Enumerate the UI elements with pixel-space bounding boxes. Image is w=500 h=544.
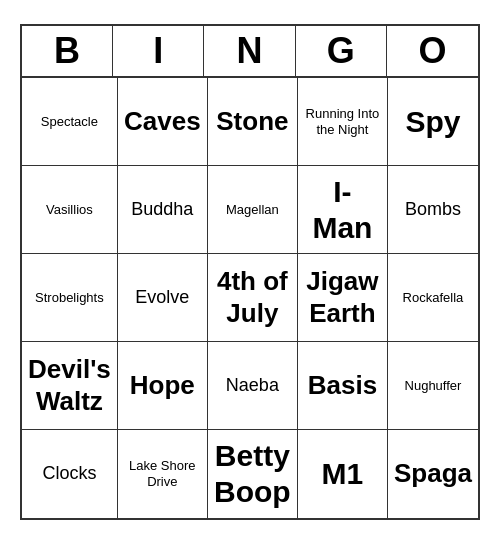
cell-text: Spy: [405, 104, 460, 140]
cell-text: Buddha: [131, 199, 193, 221]
cell-text: Evolve: [135, 287, 189, 309]
bingo-cell: Basis: [298, 342, 388, 430]
cell-text: Devil's Waltz: [28, 354, 111, 416]
cell-text: Running Into the Night: [304, 106, 381, 137]
bingo-cell: M1: [298, 430, 388, 518]
cell-text: Betty Boop: [214, 438, 291, 510]
bingo-cell: Magellan: [208, 166, 298, 254]
bingo-cell: I-Man: [298, 166, 388, 254]
cell-text: Spaga: [394, 458, 472, 489]
cell-text: Hope: [130, 370, 195, 401]
cell-text: Bombs: [405, 199, 461, 221]
cell-text: Nughuffer: [405, 378, 462, 394]
bingo-cell: Buddha: [118, 166, 208, 254]
bingo-header: BINGO: [22, 26, 478, 78]
bingo-cell: Jigaw Earth: [298, 254, 388, 342]
header-letter: I: [113, 26, 204, 76]
bingo-cell: Lake Shore Drive: [118, 430, 208, 518]
header-letter: N: [204, 26, 295, 76]
bingo-cell: Vasillios: [22, 166, 118, 254]
header-letter: G: [296, 26, 387, 76]
cell-text: I-Man: [304, 174, 381, 246]
bingo-cell: Spaga: [388, 430, 478, 518]
bingo-cell: Evolve: [118, 254, 208, 342]
bingo-cell: Caves: [118, 78, 208, 166]
bingo-cell: Devil's Waltz: [22, 342, 118, 430]
cell-text: Vasillios: [46, 202, 93, 218]
bingo-cell: Betty Boop: [208, 430, 298, 518]
bingo-cell: Running Into the Night: [298, 78, 388, 166]
bingo-card: BINGO SpectacleCavesStoneRunning Into th…: [20, 24, 480, 520]
cell-text: Magellan: [226, 202, 279, 218]
bingo-cell: Naeba: [208, 342, 298, 430]
bingo-cell: Hope: [118, 342, 208, 430]
cell-text: Naeba: [226, 375, 279, 397]
cell-text: Lake Shore Drive: [124, 458, 201, 489]
bingo-cell: Strobelights: [22, 254, 118, 342]
cell-text: Clocks: [42, 463, 96, 485]
bingo-cell: 4th of July: [208, 254, 298, 342]
bingo-cell: Stone: [208, 78, 298, 166]
header-letter: B: [22, 26, 113, 76]
cell-text: Strobelights: [35, 290, 104, 306]
cell-text: M1: [322, 456, 364, 492]
cell-text: Jigaw Earth: [304, 266, 381, 328]
cell-text: Stone: [216, 106, 288, 137]
cell-text: Caves: [124, 106, 201, 137]
bingo-cell: Rockafella: [388, 254, 478, 342]
bingo-cell: Clocks: [22, 430, 118, 518]
bingo-grid: SpectacleCavesStoneRunning Into the Nigh…: [22, 78, 478, 518]
bingo-cell: Bombs: [388, 166, 478, 254]
bingo-cell: Spectacle: [22, 78, 118, 166]
bingo-cell: Spy: [388, 78, 478, 166]
bingo-cell: Nughuffer: [388, 342, 478, 430]
cell-text: Spectacle: [41, 114, 98, 130]
cell-text: Basis: [308, 370, 377, 401]
cell-text: Rockafella: [403, 290, 464, 306]
cell-text: 4th of July: [214, 266, 291, 328]
header-letter: O: [387, 26, 478, 76]
